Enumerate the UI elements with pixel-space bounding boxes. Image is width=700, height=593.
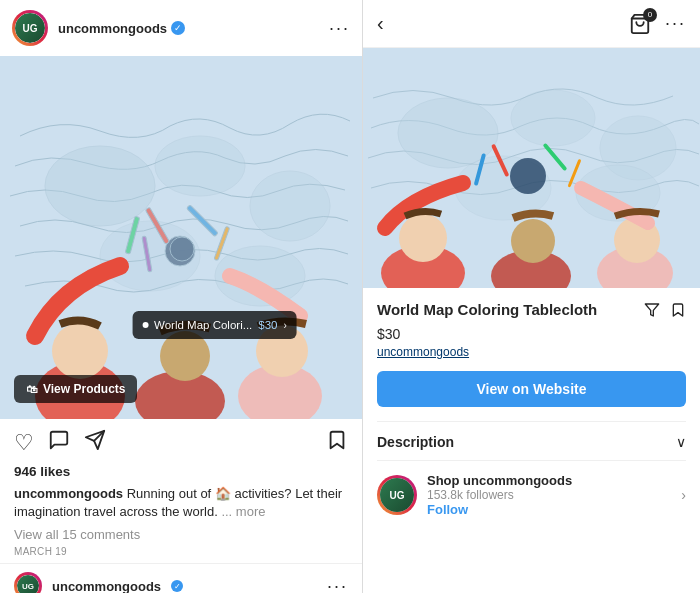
right-panel: ‹ 0 ··· [363, 0, 700, 593]
footer-avatar[interactable]: UG [14, 572, 42, 593]
more-link[interactable]: ... more [221, 504, 265, 519]
username-row: uncommongoods ✓ [58, 21, 319, 36]
product-title: World Map Coloring Tablecloth [377, 300, 632, 320]
view-on-website-button[interactable]: View on Website [377, 371, 686, 407]
comment-button[interactable] [48, 429, 70, 456]
svg-point-2 [155, 136, 245, 196]
svg-point-14 [52, 323, 108, 379]
verified-badge: ✓ [171, 21, 185, 35]
post-image-background [0, 56, 363, 419]
shop-chevron-icon: › [681, 487, 686, 503]
product-price: $30 [377, 326, 686, 342]
svg-point-28 [510, 158, 546, 194]
svg-point-3 [250, 171, 330, 241]
product-tag[interactable]: World Map Colori... $30 › [132, 311, 297, 339]
right-header: ‹ 0 ··· [363, 0, 700, 48]
filter-button[interactable] [644, 302, 660, 322]
description-section: Description ∨ [377, 421, 686, 460]
footer-more-button[interactable]: ··· [327, 577, 348, 593]
bookmark-button[interactable] [326, 429, 348, 456]
footer-username[interactable]: uncommongoods [52, 579, 161, 593]
share-button[interactable] [84, 429, 106, 456]
footer-avatar-image: UG [17, 575, 39, 593]
shopping-bag-icon: 🛍 [26, 383, 37, 395]
description-title: Description [377, 434, 454, 450]
description-chevron-icon: ∨ [676, 434, 686, 450]
view-products-button[interactable]: 🛍 View Products [14, 375, 137, 403]
cart-count-badge: 0 [643, 8, 657, 22]
product-tag-price: $30 [258, 319, 277, 331]
right-more-options-button[interactable]: ··· [665, 13, 686, 34]
shop-follow-button[interactable]: Follow [427, 502, 671, 517]
caption: uncommongoods Running out of 🏠 activitie… [0, 483, 362, 525]
svg-point-36 [511, 219, 555, 263]
shop-avatar-image: UG [380, 478, 414, 512]
product-title-row: World Map Coloring Tablecloth [377, 300, 686, 322]
product-image [363, 48, 700, 288]
product-info: World Map Coloring Tablecloth $30 uncomm… [363, 288, 700, 593]
post-image: World Map Colori... $30 › 🛍 View Product… [0, 56, 363, 419]
svg-point-24 [511, 90, 595, 146]
post-header: UG uncommongoods ✓ ··· [0, 0, 362, 56]
product-tag-dot [142, 322, 148, 328]
svg-point-7 [170, 237, 194, 261]
shop-info: Shop uncommongoods 153.8k followers Foll… [427, 473, 671, 517]
footer-verified-badge: ✓ [171, 580, 183, 592]
view-comments-link[interactable]: View all 15 comments [0, 525, 362, 544]
post-footer: UG uncommongoods ✓ ··· [0, 563, 362, 593]
shop-avatar: UG [377, 475, 417, 515]
back-button[interactable]: ‹ [377, 12, 384, 35]
svg-marker-39 [645, 304, 658, 316]
description-toggle[interactable]: Description ∨ [377, 434, 686, 450]
more-options-button[interactable]: ··· [329, 19, 350, 37]
svg-point-34 [399, 214, 447, 262]
product-tag-chevron-icon: › [283, 320, 286, 331]
post-username[interactable]: uncommongoods [58, 21, 167, 36]
product-tag-name: World Map Colori... [154, 319, 252, 331]
caption-username[interactable]: uncommongoods [14, 486, 123, 501]
product-seller-link[interactable]: uncommongoods [377, 345, 686, 359]
likes-count: 946 likes [0, 462, 362, 483]
shop-name: Shop uncommongoods [427, 473, 671, 488]
product-actions [644, 302, 686, 322]
product-bookmark-button[interactable] [670, 302, 686, 322]
avatar[interactable]: UG [12, 10, 48, 46]
svg-point-1 [45, 146, 155, 226]
post-date: March 19 [0, 544, 362, 563]
left-panel: UG uncommongoods ✓ ··· [0, 0, 363, 593]
shop-followers: 153.8k followers [427, 488, 671, 502]
view-products-label: View Products [43, 382, 125, 396]
avatar-image: UG [15, 13, 45, 43]
actions-row: ♡ [0, 419, 362, 462]
like-button[interactable]: ♡ [14, 430, 34, 456]
cart-button[interactable]: 0 [629, 13, 651, 35]
shop-section[interactable]: UG Shop uncommongoods 153.8k followers F… [377, 460, 686, 517]
